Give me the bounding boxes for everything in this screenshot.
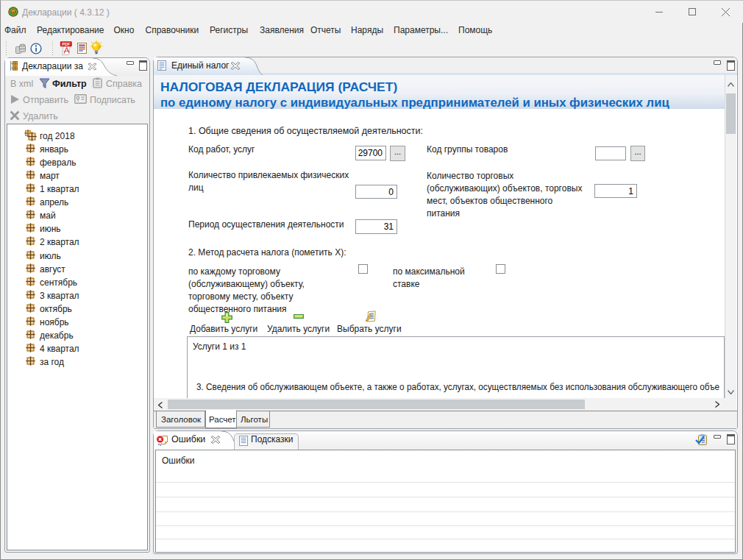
- svg-text:PDF: PDF: [62, 42, 71, 46]
